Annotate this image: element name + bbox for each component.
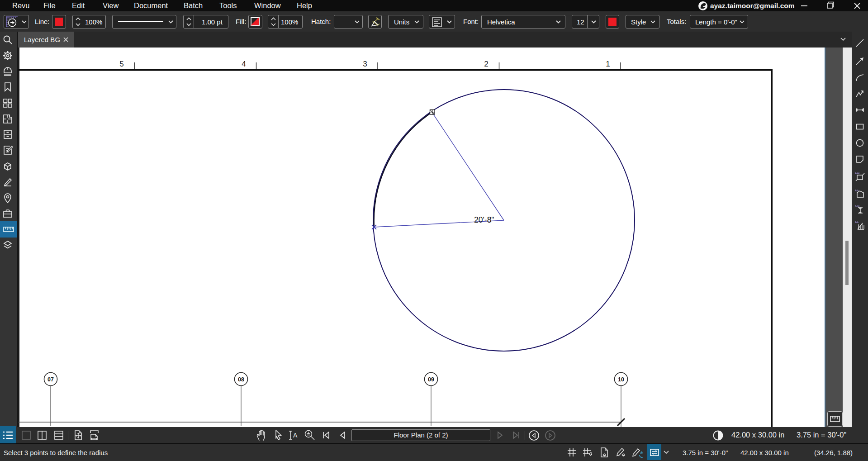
svg-text:5: 5 [119,60,123,68]
svg-text:1: 1 [606,60,610,68]
svg-text:09: 09 [428,376,434,383]
svg-text:20'-8": 20'-8" [474,215,494,224]
svg-text:A: A [293,432,298,439]
svg-text:2: 2 [484,60,488,68]
svg-text:3: 3 [363,60,367,68]
svg-text:07: 07 [47,376,54,383]
svg-text:08: 08 [238,376,244,383]
svg-text:10: 10 [618,376,624,383]
svg-text:4: 4 [242,60,246,68]
